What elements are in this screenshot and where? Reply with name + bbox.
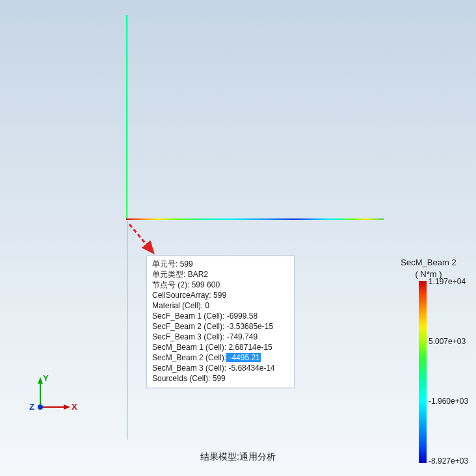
svg-line-0 [129, 224, 153, 253]
info-value: 599 [211, 291, 226, 300]
info-value: -5.68434e-14 [226, 364, 275, 373]
legend-tick: -1.960e+03 [429, 397, 468, 406]
info-row: 单元号: 599 [152, 259, 289, 269]
info-row: SecM_Beam 1 (Cell): 2.68714e-15 [152, 342, 289, 352]
legend-colorbar [419, 281, 427, 463]
info-row: SecM_Beam 2 (Cell): -4495.21 [152, 352, 289, 363]
info-row: SecF_Beam 2 (Cell): -3.53685e-15 [152, 321, 289, 332]
info-row: SecF_Beam 3 (Cell): -749.749 [152, 332, 289, 342]
info-value: 599 [210, 374, 225, 383]
info-value: 2.68714e-15 [226, 343, 272, 352]
info-row: 单元类型: BAR2 [152, 269, 289, 280]
svg-point-5 [38, 404, 43, 410]
info-value-highlighted: -4495.21 [226, 353, 261, 362]
beam-vertical-top [126, 15, 127, 219]
info-value: BAR2 [185, 270, 208, 279]
info-label: SecF_Beam 2 (Cell): [152, 322, 224, 331]
legend-tick: 5.007e+03 [429, 337, 466, 346]
info-row: SecM_Beam 3 (Cell): -5.68434e-14 [152, 363, 289, 373]
info-label: SourceIds (Cell): [152, 374, 210, 383]
info-label: SecM_Beam 1 (Cell): [152, 343, 226, 352]
legend-tick: -8.927e+03 [429, 456, 468, 466]
info-value: -749.749 [224, 332, 258, 341]
info-value: 599 600 [189, 280, 220, 289]
info-label: SecF_Beam 3 (Cell): [152, 332, 224, 341]
info-label: SecF_Beam 1 (Cell): [152, 311, 224, 321]
info-label: 单元类型: [152, 270, 185, 279]
legend-tick: 1.197e+04 [429, 277, 466, 286]
axis-x-label: X [72, 402, 77, 412]
info-label: 单元号: [152, 259, 178, 269]
info-value: -3.53685e-15 [224, 322, 273, 331]
color-legend[interactable]: SecM_Beam 2 ( N*m ) 1.197e+04 5.007e+03 … [393, 258, 464, 463]
info-row: SourceIds (Cell): 599 [152, 373, 289, 384]
cell-info-tooltip: 单元号: 599 单元类型: BAR2 节点号 (2): 599 600 Cel… [146, 256, 295, 388]
svg-marker-2 [38, 377, 43, 384]
info-value: 0 [203, 301, 209, 310]
info-row: 节点号 (2): 599 600 [152, 280, 289, 290]
axis-z-label: Z [29, 402, 34, 412]
legend-title-line1: SecM_Beam 2 [393, 258, 464, 268]
info-row: Material (Cell): 0 [152, 300, 289, 311]
info-row: CellSourceArray: 599 [152, 290, 289, 300]
viewport-3d[interactable]: 单元号: 599 单元类型: BAR2 节点号 (2): 599 600 Cel… [0, 0, 476, 476]
info-value: -6999.58 [224, 311, 258, 321]
info-label: CellSourceArray: [152, 291, 211, 300]
info-label: SecM_Beam 2 (Cell): [152, 353, 226, 362]
axis-y-label: Y [43, 373, 49, 383]
info-row: SecF_Beam 1 (Cell): -6999.58 [152, 311, 289, 321]
info-label: SecM_Beam 3 (Cell): [152, 364, 226, 373]
info-label: 节点号 (2): [152, 280, 189, 289]
info-label: Material (Cell): [152, 301, 203, 310]
axis-triad[interactable]: Y X Z [27, 376, 79, 428]
info-value: 599 [178, 259, 192, 269]
svg-marker-4 [64, 404, 70, 410]
model-caption: 结果模型:通用分析 [200, 451, 276, 463]
beam-horizontal [126, 218, 384, 220]
